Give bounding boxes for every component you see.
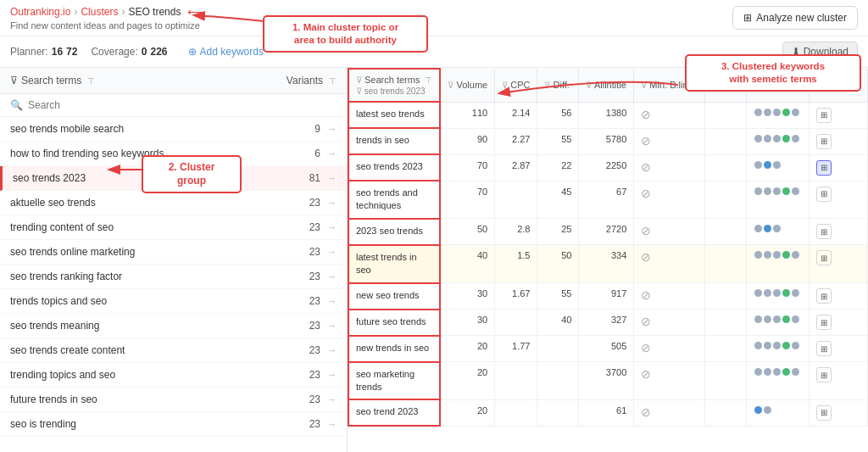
search-row: 🔍 (0, 94, 347, 117)
td-allintitle-9: 3700 (579, 362, 634, 400)
td-ban-0: ⊘ (634, 102, 704, 128)
left-row-arrow-11: → (327, 394, 337, 405)
comp-dot (773, 289, 781, 297)
table-row-2: seo trends 2023 70 2.87 22 2250 ⊘ ⊞ (348, 154, 868, 181)
left-row-text-7: trends topics and seo (10, 295, 107, 307)
td-volume-9: 20 (440, 362, 494, 400)
left-row-9[interactable]: seo trends create content 23 → (0, 338, 347, 363)
td-allintitle-2: 2250 (579, 154, 634, 181)
left-row-text-12: seo is trending (10, 418, 76, 430)
td-diff-9 (537, 362, 579, 400)
close-button[interactable]: ✕ (850, 75, 861, 91)
left-row-0[interactable]: seo trends mobile search 9 → (0, 117, 347, 142)
left-row-2[interactable]: seo trends 2023 81 → (0, 166, 347, 191)
td-planner-2[interactable]: ⊞ (810, 154, 868, 181)
td-planner-9[interactable]: ⊞ (810, 362, 868, 400)
planner-btn-3[interactable]: ⊞ (816, 187, 832, 202)
planner-btn-7[interactable]: ⊞ (816, 315, 832, 330)
comp-dot (792, 109, 799, 116)
td-planner-10[interactable]: ⊞ (810, 399, 868, 426)
td-search-1: trends in seo (348, 128, 440, 154)
cluster-icon: ⊽ (356, 86, 362, 96)
filter-icon-pos: ⊽ (712, 81, 718, 90)
th-search-filter[interactable]: ⊤ (425, 75, 432, 85)
td-planner-5[interactable]: ⊞ (810, 245, 868, 283)
td-comp-2 (747, 154, 810, 181)
planner-btn-10[interactable]: ⊞ (816, 405, 832, 421)
td-planner-6[interactable]: ⊞ (810, 283, 868, 310)
left-row-10[interactable]: trending topics and seo 23 → (0, 363, 347, 388)
left-row-arrow-7: → (327, 296, 337, 306)
left-row-11[interactable]: future trends in seo 23 → (0, 388, 347, 412)
filter-icon-sort[interactable]: ⊤ (87, 76, 95, 86)
download-button[interactable]: ⬇ Download (782, 42, 858, 62)
td-cpc-3 (495, 181, 537, 219)
planner-btn-5[interactable]: ⊞ (816, 250, 832, 265)
add-keywords-button[interactable]: ⊕ Add keywords (188, 46, 264, 58)
left-row-count-7: 23 (309, 295, 320, 307)
planner-btn-0[interactable]: ⊞ (816, 108, 832, 123)
left-row-right-2: 81 → (309, 172, 337, 184)
left-panel-header-title: ⊽ Search terms ⊤ (10, 75, 95, 86)
td-cpc-5: 1.5 (495, 245, 537, 283)
td-planner-4[interactable]: ⊞ (810, 219, 868, 245)
planner-btn-6[interactable]: ⊞ (816, 288, 832, 304)
left-row-right-5: 23 → (309, 246, 337, 258)
left-rows-container: seo trends mobile search 9 → how to find… (0, 117, 347, 437)
left-row-8[interactable]: seo trends meaning 23 → (0, 314, 347, 338)
left-row-text-9: seo trends create content (10, 344, 125, 356)
planner-btn-9[interactable]: ⊞ (816, 367, 832, 382)
td-cpc-7 (495, 310, 537, 336)
left-row-6[interactable]: seo trends ranking factor 23 → (0, 265, 347, 289)
left-row-count-5: 23 (309, 246, 320, 258)
td-planner-1[interactable]: ⊞ (810, 128, 868, 154)
td-search-4: 2023 seo trends (348, 219, 440, 245)
variants-filter-icon[interactable]: ⊤ (329, 76, 337, 86)
th-cpc: ⊽ CPC (495, 69, 537, 102)
td-volume-1: 90 (440, 128, 494, 154)
td-ban-9: ⊘ (634, 362, 704, 400)
td-planner-8[interactable]: ⊞ (810, 336, 868, 362)
td-cpc-10 (495, 399, 537, 426)
ban-icon-9: ⊘ (641, 367, 651, 381)
td-planner-7[interactable]: ⊞ (810, 310, 868, 336)
td-volume-7: 30 (440, 310, 494, 336)
filter-icon-minb: ⊽ (641, 81, 647, 90)
left-row-arrow-5: → (327, 247, 337, 257)
left-row-12[interactable]: seo is trending 23 → (0, 412, 347, 437)
td-comp-9 (747, 362, 810, 400)
coverage-num1: 0 (142, 46, 147, 58)
td-cpc-8: 1.77 (495, 336, 537, 362)
td-allintitle-10: 61 (579, 399, 634, 426)
left-row-3[interactable]: aktuelle seo trends 23 → (0, 191, 347, 215)
comp-dot (754, 368, 762, 376)
ban-icon-1: ⊘ (641, 134, 651, 148)
td-cpc-6: 1.67 (495, 283, 537, 310)
left-row-5[interactable]: seo trends online marketing 23 → (0, 240, 347, 265)
left-row-7[interactable]: trends topics and seo 23 → (0, 289, 347, 314)
td-planner-3[interactable]: ⊞ (810, 181, 868, 219)
planner-btn-1[interactable]: ⊞ (816, 134, 832, 149)
table-row-3: seo trends and techniques 70 45 67 ⊘ ⊞ (348, 181, 868, 219)
table-row-6: new seo trends 30 1.67 55 917 ⊘ ⊞ (348, 283, 868, 310)
th-search-label: Search terms (364, 75, 420, 85)
td-cpc-2: 2.87 (495, 154, 537, 181)
left-row-right-3: 23 → (309, 197, 337, 209)
breadcrumb-clusters[interactable]: Clusters (81, 6, 118, 18)
td-search-8: new trends in seo (348, 336, 440, 362)
filter-icon-diff: ⊽ (544, 81, 550, 90)
planner-btn-8[interactable]: ⊞ (816, 341, 832, 356)
search-input[interactable] (28, 99, 337, 111)
td-search-7: future seo trends (348, 310, 440, 336)
planner-btn-4[interactable]: ⊞ (816, 224, 832, 239)
td-diff-4: 25 (537, 219, 579, 245)
td-comp-4 (747, 219, 810, 245)
left-row-1[interactable]: how to find trending seo keywords 6 → (0, 142, 347, 166)
td-planner-0[interactable]: ⊞ (810, 102, 868, 128)
breadcrumb-outranking[interactable]: Outranking.io (10, 6, 70, 18)
comp-dot (754, 289, 762, 297)
planner-btn-2[interactable]: ⊞ (816, 160, 832, 176)
left-row-4[interactable]: trending content of seo 23 → (0, 215, 347, 240)
td-volume-2: 70 (440, 154, 494, 181)
analyze-new-cluster-button[interactable]: ⊞ Analyze new cluster (732, 6, 858, 30)
